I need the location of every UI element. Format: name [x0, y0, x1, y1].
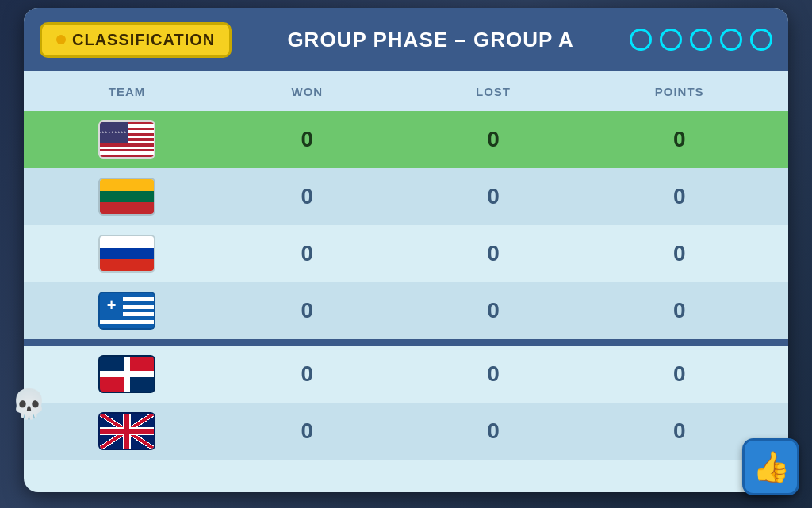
flag-cell-grc [40, 292, 214, 330]
table-row: 0 0 0 [24, 346, 788, 403]
flag-grc [98, 292, 155, 330]
classification-label: CLASSIFICATION [72, 31, 215, 49]
stat-points-2: 0 [586, 184, 772, 209]
thumb-button[interactable]: 👍 [742, 438, 799, 495]
circle-3 [690, 29, 712, 51]
stat-won-6: 0 [214, 418, 400, 444]
group-title: GROUP PHASE – GROUP A [247, 28, 614, 52]
table-row: 0 0 0 [24, 282, 788, 339]
table-header: TEAM WON LOST POINTS [24, 71, 788, 111]
col-lost: LOST [400, 85, 587, 98]
stat-points-1: 0 [586, 127, 772, 152]
stat-won-3: 0 [214, 241, 400, 266]
stat-lost-6: 0 [400, 418, 587, 444]
circle-2 [660, 29, 682, 51]
stat-lost-1: 0 [400, 127, 587, 152]
stat-points-6: 0 [586, 418, 772, 444]
skull-icon: 💀 [11, 388, 47, 421]
stat-points-4: 0 [586, 298, 772, 323]
flag-cell-gbr [40, 412, 214, 450]
stat-won-4: 0 [214, 298, 400, 323]
stat-won-5: 0 [214, 361, 400, 387]
flag-gbr [98, 412, 155, 450]
flag-cell-ltu [40, 178, 214, 216]
stat-points-5: 0 [586, 361, 772, 387]
flag-usa: ★★★★★★★★★★★★★★★★★★★★★★★★★★★★★★★★★★★★★★★★… [98, 120, 155, 159]
badge-dot [56, 35, 66, 44]
col-team: TEAM [40, 85, 214, 98]
header-bar: CLASSIFICATION GROUP PHASE – GROUP A [24, 8, 788, 71]
stat-won-2: 0 [214, 184, 400, 209]
stat-lost-2: 0 [400, 184, 587, 209]
col-won: WON [214, 85, 400, 98]
table-row: 0 0 0 [24, 403, 788, 460]
circles-group [630, 29, 772, 51]
flag-dom [98, 355, 155, 393]
table-row: 0 0 0 [24, 225, 788, 282]
flag-ltu [98, 178, 155, 216]
col-points: POINTS [586, 85, 772, 98]
stat-lost-4: 0 [400, 298, 587, 323]
circle-5 [750, 29, 772, 51]
flag-cell-usa: ★★★★★★★★★★★★★★★★★★★★★★★★★★★★★★★★★★★★★★★★… [40, 120, 214, 159]
circle-1 [630, 29, 652, 51]
main-panel: CLASSIFICATION GROUP PHASE – GROUP A TEA… [24, 8, 788, 492]
table-row: 0 0 0 [24, 168, 788, 225]
table-row: ★★★★★★★★★★★★★★★★★★★★★★★★★★★★★★★★★★★★★★★★… [24, 111, 788, 168]
stat-lost-3: 0 [400, 241, 587, 266]
flag-cell-rus [40, 235, 214, 273]
flag-cell-dom [40, 355, 214, 393]
flag-rus [98, 235, 155, 273]
circle-4 [720, 29, 742, 51]
stat-lost-5: 0 [400, 361, 587, 387]
classification-badge: CLASSIFICATION [40, 22, 232, 58]
stat-points-3: 0 [586, 241, 772, 266]
section-divider [24, 339, 788, 346]
stat-won-1: 0 [214, 127, 400, 152]
